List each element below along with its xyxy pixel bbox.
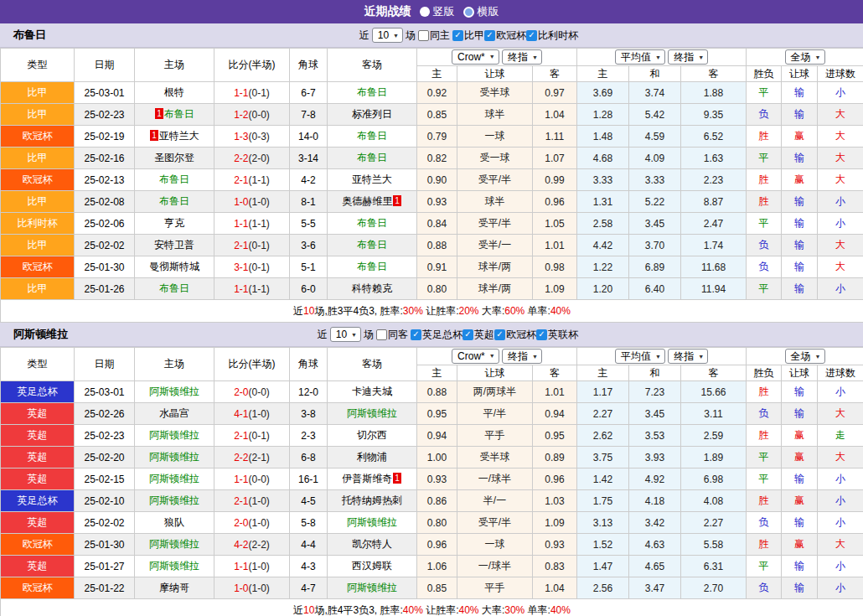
goals-result-cell: 走 [818,425,863,447]
away-team-cell: 阿斯顿维拉 [328,577,417,599]
date-cell: 25-03-01 [75,381,135,403]
handicap-away-odds: 1.09 [533,278,577,300]
halftime-score: (2-1) [249,452,270,463]
layout-radio-vertical[interactable]: 竖版 [420,4,455,19]
halftime-score: (1-0) [249,582,270,594]
chevron-down-icon: ▼ [532,54,538,60]
league-filter[interactable]: ✓英足总杯 [411,328,463,342]
handicap-line: 受平/半 [457,169,533,191]
final-odds-select[interactable]: 终指▼ [502,49,542,65]
average-select[interactable]: 平均值▼ [615,49,665,65]
fulltime-score: 1-1 [234,87,248,99]
final-odds-select-2[interactable]: 终指▼ [668,349,708,364]
halftime-score: (1-1) [249,174,270,186]
avg-draw-odds: 3.93 [629,447,681,468]
col-type: 类型 [1,348,75,381]
handicap-result-cell: 输 [782,148,818,169]
league-filter[interactable]: ✓英超 [463,328,494,342]
summary-stat-value: 20% [459,305,479,317]
team-name: 阿斯顿维拉 [347,407,397,419]
team-name: 布鲁日 [159,173,189,185]
avg-home-odds: 1.42 [577,468,629,490]
handicap-result-cell-value: 输 [794,217,804,229]
games-count-select[interactable]: 10▼ [372,28,403,43]
col-handicap-line: 让球 [457,66,533,82]
company-select[interactable]: Crow*▼ [452,49,499,65]
chevron-down-icon: ▼ [815,354,821,360]
result-cell: 胜 [747,490,782,512]
away-team-cell: 布鲁日 [328,235,417,256]
date-cell: 25-01-27 [75,556,135,577]
team-name: 卡迪夫城 [352,386,392,397]
games-count-select[interactable]: 10▼ [330,327,361,342]
red-card-badge: 1 [155,108,163,119]
date-cell: 25-01-30 [75,534,135,556]
avg-home-odds: 1.52 [577,534,629,556]
avg-draw-odds: 4.92 [629,468,681,490]
league-cell: 比甲 [1,278,75,300]
col-type: 类型 [1,49,75,82]
fulltime-score: 2-1 [234,240,248,251]
handicap-away-odds: 0.95 [533,425,577,447]
handicap-selects-cell: Crow*▼ 终指▼ [417,348,577,365]
home-team-cell: 狼队 [135,512,214,534]
same-venue-filter[interactable]: 同主 [418,28,450,43]
handicap-line: 受平/半 [457,512,533,534]
league-filter[interactable]: ✓比甲 [452,28,484,43]
fulltime-scope-select[interactable]: 全场▼ [785,49,825,65]
handicap-home-odds: 0.80 [417,278,457,300]
average-select[interactable]: 平均值▼ [615,349,665,364]
away-team-cell: 切尔西 [328,425,417,447]
team-name: 阿斯顿维拉 [347,582,397,593]
handicap-away-odds: 1.05 [533,213,577,235]
avg-away-odds: 4.08 [681,490,747,512]
avg-away-odds: 11.68 [681,256,747,278]
league-filter[interactable]: ✓欧冠杯 [484,28,526,43]
score-cell: 1-1(1-1) [214,278,290,300]
result-cell-value: 胜 [759,173,769,185]
avg-home-odds: 3.33 [577,169,629,191]
handicap-away-odds: 1.01 [533,235,577,256]
layout-radio-horizontal[interactable]: 横版 [463,4,499,19]
handicap-result-cell-value: 赢 [794,173,804,185]
result-cell-value: 负 [759,516,769,528]
result-cell: 平 [747,468,782,490]
team-name: 布鲁日 [159,195,189,207]
home-team-cell: 根特 [135,82,214,104]
fulltime-scope-select[interactable]: 全场▼ [785,349,825,364]
same-venue-filter[interactable]: 同客 [376,328,408,342]
match-row: 英超25-02-02狼队2-0(1-0)5-8阿斯顿维拉0.80受平/半1.09… [1,512,863,534]
league-cell: 英超 [1,425,75,447]
final-odds-select-2[interactable]: 终指▼ [668,49,708,65]
team-name: 阿斯顿维拉 [347,516,397,528]
summary-stat-value: 40% [550,604,571,616]
handicap-home-odds: 0.90 [417,169,457,191]
result-cell: 平 [747,213,782,235]
handicap-line: 球半/两 [457,278,533,300]
result-cell: 平 [747,82,782,104]
league-cell: 英足总杯 [1,490,75,512]
avg-home-odds: 1.22 [577,256,629,278]
handicap-result-cell-value: 输 [794,239,804,251]
avg-draw-odds: 3.70 [629,235,681,256]
company-select[interactable]: Crow*▼ [452,349,499,364]
team-name-title: 阿斯顿维拉 [13,327,68,342]
team-name: 凯尔特人 [352,538,392,550]
avg-draw-odds: 5.22 [629,191,681,213]
avg-draw-odds: 3.45 [629,403,681,425]
summary-stat-value: 40% [459,604,479,616]
col-home: 主场 [135,348,214,381]
final-odds-select[interactable]: 终指▼ [502,349,542,364]
fulltime-score: 4-2 [234,539,248,551]
checkbox-checked-icon: ✓ [484,30,495,41]
date-cell: 25-02-02 [75,512,135,534]
halftime-score: (2-0) [249,153,270,164]
summary-text: 近 [293,305,303,317]
team-name: 科特赖克 [352,282,392,294]
team-name: 布鲁日 [164,108,194,120]
league-filter[interactable]: ✓比利时杯 [526,28,578,43]
avg-home-odds: 4.42 [577,235,629,256]
league-filter[interactable]: ✓欧冠杯 [494,328,536,342]
home-team-cell: 水晶宫 [135,403,214,425]
league-filter[interactable]: ✓英联杯 [536,328,578,342]
